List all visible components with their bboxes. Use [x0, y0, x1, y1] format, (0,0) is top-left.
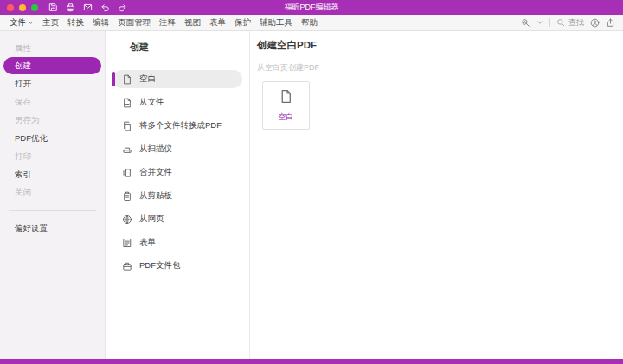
window-title: 福昕PDF编辑器 [285, 0, 339, 15]
menu-accessibility[interactable]: 辅助工具 [256, 17, 296, 29]
menu-convert[interactable]: 转换 [64, 17, 87, 29]
find-label: 查找 [568, 17, 584, 29]
blank-file-icon [279, 89, 293, 107]
menu-home[interactable]: 主页 [39, 17, 62, 29]
menu-view[interactable]: 视图 [181, 17, 204, 29]
menu-edit[interactable]: 编辑 [89, 17, 112, 29]
search-text-icon[interactable] [521, 18, 530, 28]
sidebar-item-pdf-optimize[interactable]: PDF优化 [0, 129, 105, 147]
create-option-from-file[interactable]: 从文件 [112, 93, 242, 112]
create-option-label: 从扫描仪 [139, 144, 172, 155]
create-option-label: 将多个文件转换成PDF [139, 120, 222, 131]
from-file-icon [122, 98, 132, 108]
bottom-accent-bar [0, 359, 623, 364]
save-icon[interactable] [48, 3, 58, 12]
menubar: 文件 主页 转换 编辑 页面管理 注释 视图 表单 保护 辅助工具 帮助 查找 [0, 15, 623, 31]
minimize-window-button[interactable] [19, 4, 26, 11]
quick-access-toolbar [48, 3, 127, 12]
titlebar: 福昕PDF编辑器 [0, 0, 623, 15]
mail-icon[interactable] [83, 3, 93, 12]
backstage-sidebar: 属性 创建 打开 保存 另存为 PDF优化 打印 索引 关闭 偏好设置 [0, 31, 106, 359]
create-option-combine-files[interactable]: 合并文件 [112, 163, 242, 182]
pdf-portfolio-icon [122, 261, 132, 271]
create-option-label: 从网页 [139, 214, 164, 225]
create-panel: 创建 空白 从文件 将多个文件转换成PDF 从扫描仪 [106, 31, 250, 359]
redo-icon[interactable] [118, 3, 127, 12]
create-option-pdf-portfolio[interactable]: PDF文件包 [112, 257, 242, 275]
form-icon [122, 238, 132, 248]
sidebar-item-save-as: 另存为 [0, 111, 105, 129]
divider [549, 18, 550, 27]
sidebar-item-open[interactable]: 打开 [0, 74, 105, 93]
find-button[interactable]: 查找 [556, 17, 584, 29]
create-option-label: 表单 [139, 237, 156, 248]
fullscreen-window-button[interactable] [31, 4, 38, 11]
create-option-label: 从文件 [139, 97, 164, 108]
create-option-form[interactable]: 表单 [112, 233, 242, 252]
scanner-icon [122, 144, 132, 155]
undo-icon[interactable] [100, 3, 110, 12]
search-icon [556, 18, 565, 27]
divider [9, 210, 96, 211]
close-window-button[interactable] [7, 4, 14, 11]
clipboard-icon [122, 191, 132, 201]
menubar-right: 查找 [521, 17, 623, 29]
traffic-lights [7, 4, 38, 11]
chevron-down-icon [28, 18, 34, 28]
create-option-blank[interactable]: 空白 [112, 70, 242, 88]
create-option-multiple-files[interactable]: 将多个文件转换成PDF [112, 117, 242, 135]
menu-file[interactable]: 文件 [6, 17, 37, 29]
sidebar-item-index[interactable]: 索引 [0, 165, 105, 183]
menu-file-label: 文件 [10, 17, 26, 29]
account-icon[interactable] [590, 18, 600, 28]
sidebar-item-save: 保存 [0, 93, 105, 111]
sidebar-item-properties: 属性 [0, 39, 105, 57]
web-page-icon [122, 214, 132, 225]
create-options-list: 空白 从文件 将多个文件转换成PDF 从扫描仪 合并文件 [106, 70, 249, 275]
sidebar-item-preferences[interactable]: 偏好设置 [0, 219, 105, 237]
create-panel-title: 创建 [130, 41, 249, 54]
create-option-clipboard[interactable]: 从剪贴板 [112, 187, 242, 205]
combine-files-icon [122, 168, 132, 178]
blank-file-icon [122, 74, 132, 85]
create-option-label: 空白 [139, 73, 156, 85]
create-option-scanner[interactable]: 从扫描仪 [112, 140, 242, 158]
detail-panel-title: 创建空白PDF [257, 39, 623, 52]
sidebar-item-create[interactable]: 创建 [3, 57, 101, 74]
sidebar-item-print: 打印 [0, 147, 105, 165]
print-icon[interactable] [66, 3, 75, 12]
create-option-label: PDF文件包 [139, 260, 181, 271]
multiple-files-icon [122, 121, 132, 131]
share-icon[interactable] [606, 18, 615, 28]
detail-panel: 创建空白PDF 从空白页创建PDF 空白 [251, 31, 623, 359]
chevron-down-icon[interactable] [536, 19, 543, 26]
menu-page-organize[interactable]: 页面管理 [114, 17, 154, 29]
menu-help[interactable]: 帮助 [298, 17, 321, 29]
menu-form[interactable]: 表单 [206, 17, 229, 29]
blank-pdf-card[interactable]: 空白 [262, 81, 310, 130]
sidebar-item-close: 关闭 [0, 183, 105, 201]
create-option-label: 合并文件 [139, 167, 172, 178]
detail-panel-subtitle: 从空白页创建PDF [257, 62, 623, 73]
create-option-label: 从剪贴板 [139, 190, 172, 201]
menu-protect[interactable]: 保护 [231, 17, 254, 29]
menu-comment[interactable]: 注释 [156, 17, 179, 29]
blank-pdf-card-label: 空白 [279, 112, 294, 123]
create-option-web-page[interactable]: 从网页 [112, 210, 242, 228]
